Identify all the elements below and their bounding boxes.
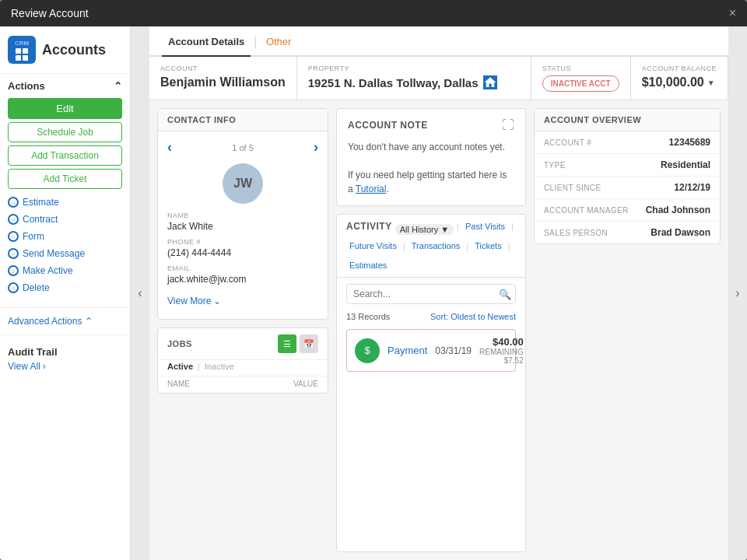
avatar: JW xyxy=(223,163,263,204)
pagination-text: 1 of 5 xyxy=(232,143,254,152)
form-link[interactable]: ○ Form xyxy=(8,228,122,245)
tab-future-visits[interactable]: Future Visits xyxy=(346,241,400,258)
sidebar-title: Accounts xyxy=(42,42,106,58)
contact-info-body: ‹ 1 of 5 › JW NAME Jack White PHONE # xyxy=(158,131,328,319)
overview-header: ACCOUNT OVERVIEW xyxy=(535,109,720,131)
account-name-section: ACCOUNT Benjamin Williamson xyxy=(149,57,297,100)
tab-transactions[interactable]: Transactions xyxy=(409,241,464,258)
overview-type: TYPE Residential xyxy=(535,154,720,177)
right-panel: ACCOUNT NOTE ⛶ You don't have any accoun… xyxy=(336,108,526,552)
note-card-header: ACCOUNT NOTE ⛶ xyxy=(348,118,514,132)
overview-account-num: ACCOUNT # 12345689 xyxy=(535,131,720,154)
property-section: PROPERTY 19251 N. Dallas Tollway, Dallas xyxy=(297,57,531,100)
actions-section: Actions ⌃ Edit Schedule Job Add Transact… xyxy=(0,74,130,303)
title-bar: Review Account × xyxy=(0,0,747,26)
delete-link[interactable]: ○ Delete xyxy=(8,279,122,296)
search-button[interactable]: 🔍 xyxy=(499,289,511,300)
make-active-link[interactable]: ○ Make Active xyxy=(8,262,122,279)
contact-phone-field: PHONE # (214) 444-4444 xyxy=(167,238,318,258)
chevron-right-icon: › xyxy=(735,286,739,300)
contact-info-header: CONTACT INFO xyxy=(158,109,328,131)
tab-all-history[interactable]: All History ▼ xyxy=(395,224,454,235)
property-address: 19251 N. Dallas Tollway, Dallas xyxy=(308,76,479,89)
sort-link[interactable]: Sort: Oldest to Newest xyxy=(430,312,516,321)
contact-info-card: CONTACT INFO ‹ 1 of 5 › JW NAME Jack Whi… xyxy=(157,108,328,320)
tab-tickets[interactable]: Tickets xyxy=(472,241,504,258)
audit-trail-section: Audit Trail View All › xyxy=(0,340,130,378)
jobs-columns: NAME VALUE xyxy=(158,376,328,393)
advanced-actions-link[interactable]: Advanced Actions ⌃ xyxy=(0,313,130,330)
content-body: CONTACT INFO ‹ 1 of 5 › JW NAME Jack Whi… xyxy=(149,100,728,560)
jobs-calendar-view-button[interactable]: 📅 xyxy=(300,334,318,353)
chevron-up-icon: ⌃ xyxy=(85,316,93,327)
contact-name-field: NAME Jack White xyxy=(167,212,318,232)
activity-search-row: 🔍 xyxy=(337,278,525,310)
balance-chevron-icon: ▼ xyxy=(707,79,715,87)
crm-logo: CRM xyxy=(8,36,36,64)
overview-account-manager: ACCOUNT MANAGER Chad Johnson xyxy=(535,199,720,222)
activity-item[interactable]: $ Payment 03/31/19 $40.00 REMAINING $7.5… xyxy=(346,329,516,372)
add-ticket-button[interactable]: Add Ticket xyxy=(8,169,122,189)
activity-card: ACTIVITY All History ▼ | Past Visits | F… xyxy=(336,214,526,552)
nav-right-button[interactable]: › xyxy=(728,26,747,560)
tab-estimates[interactable]: Estimates xyxy=(346,261,390,278)
records-count: 13 Records xyxy=(346,312,390,321)
tab-other[interactable]: Other xyxy=(260,26,298,57)
activity-payment-name: Payment xyxy=(388,345,427,356)
note-title: ACCOUNT NOTE xyxy=(348,120,428,131)
content-area: Account Details | Other ACCOUNT Benjamin… xyxy=(149,26,728,560)
balance-section: ACCOUNT BALANCE $10,000.00 ▼ xyxy=(631,57,728,100)
contact-email-field: EMAIL jack.white@jw.com xyxy=(167,264,318,285)
overview-client-since: CLIENT SINCE 12/12/19 xyxy=(535,177,720,199)
nav-left-button[interactable]: ‹ xyxy=(131,26,149,560)
tab-account-details[interactable]: Account Details xyxy=(162,26,251,57)
actions-collapse-icon[interactable]: ⌃ xyxy=(114,80,122,92)
jobs-card: JOBS ☰ 📅 Active | Inactive NA xyxy=(157,327,328,394)
account-header: ACCOUNT Benjamin Williamson PROPERTY 192… xyxy=(149,57,728,100)
add-transaction-button[interactable]: Add Transaction xyxy=(8,145,122,166)
account-note-card: ACCOUNT NOTE ⛶ You don't have any accoun… xyxy=(336,108,526,206)
send-message-link[interactable]: ○ Send Message xyxy=(8,245,122,262)
property-row: 19251 N. Dallas Tollway, Dallas xyxy=(308,75,520,89)
activity-list: $ Payment 03/31/19 $40.00 REMAINING $7.5… xyxy=(337,326,525,551)
expand-icon[interactable]: ⛶ xyxy=(502,118,514,132)
jobs-title: JOBS xyxy=(167,339,192,348)
next-contact-button[interactable]: › xyxy=(314,139,318,156)
payment-icon: $ xyxy=(355,338,380,363)
edit-button[interactable]: Edit xyxy=(8,98,122,119)
activity-title: ACTIVITY xyxy=(346,221,392,238)
pagination-row: ‹ 1 of 5 › xyxy=(167,139,318,156)
tutorial-link[interactable]: Tutorial xyxy=(356,184,387,194)
jobs-icons: ☰ 📅 xyxy=(278,334,318,353)
overview-card: ACCOUNT OVERVIEW ACCOUNT # 12345689 TYPE… xyxy=(534,108,721,244)
prev-contact-button[interactable]: ‹ xyxy=(167,139,172,156)
content-tabs: Account Details | Other xyxy=(149,26,728,57)
overview-panel: ACCOUNT OVERVIEW ACCOUNT # 12345689 TYPE… xyxy=(534,108,721,552)
tab-separator: | xyxy=(251,35,260,47)
activity-payment-date: 03/31/19 xyxy=(435,345,472,356)
estimate-link[interactable]: ○ Estimate xyxy=(8,194,122,211)
sidebar-header: CRM Accounts xyxy=(0,26,130,74)
search-wrap: 🔍 xyxy=(346,284,516,304)
schedule-job-button[interactable]: Schedule Job xyxy=(8,122,122,142)
status-section: STATUS INACTIVE ACCT xyxy=(531,57,631,100)
contract-link[interactable]: ○ Contract xyxy=(8,211,122,228)
view-all-link[interactable]: View All › xyxy=(8,361,122,372)
note-text: You don't have any account notes yet. If… xyxy=(348,140,514,196)
sidebar: CRM Accounts Actions ⌃ Edit Schedule Job… xyxy=(0,26,131,560)
actions-header: Actions ⌃ xyxy=(8,80,122,92)
arrow-right-icon: › xyxy=(43,361,46,372)
overview-sales-person: SALES PERSON Brad Dawson xyxy=(535,222,720,243)
balance-value[interactable]: $10,000.00 ▼ xyxy=(642,75,717,89)
modal-title: Review Account xyxy=(11,7,89,19)
jobs-header-row: JOBS ☰ 📅 xyxy=(158,328,328,359)
inactive-badge[interactable]: INACTIVE ACCT xyxy=(542,75,619,92)
close-icon[interactable]: × xyxy=(729,6,736,20)
chevron-down-icon: ⌄ xyxy=(213,296,221,306)
activity-search-input[interactable] xyxy=(346,284,516,304)
activity-payment-amounts: $40.00 REMAINING $7.52 xyxy=(479,336,524,365)
jobs-toggle-row: Active | Inactive xyxy=(158,359,328,376)
tab-past-visits[interactable]: Past Visits xyxy=(462,222,508,239)
jobs-list-view-button[interactable]: ☰ xyxy=(278,334,296,353)
view-more-link[interactable]: View More ⌄ xyxy=(167,291,318,311)
